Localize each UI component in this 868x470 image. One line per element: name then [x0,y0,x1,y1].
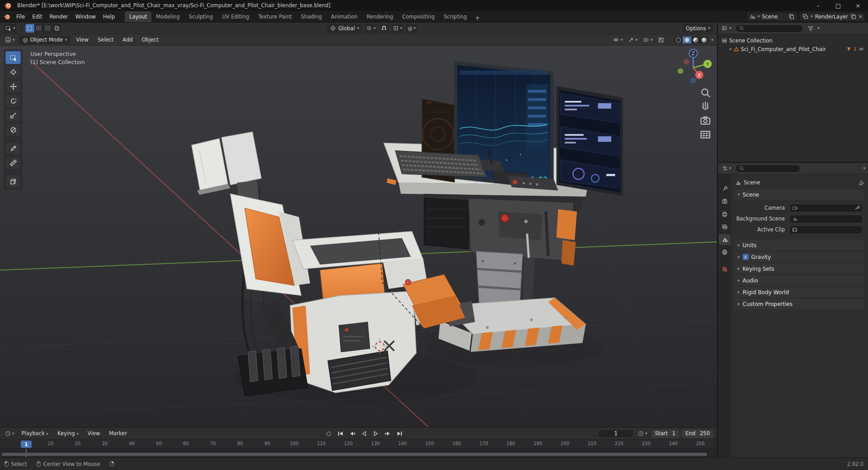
tool-transform[interactable] [5,123,21,136]
workspace-tab-layout[interactable]: Layout [125,11,151,22]
scene-selector[interactable]: ▾ Scene [747,12,797,21]
menu-edit[interactable]: Edit [28,12,46,21]
tool-measure[interactable] [5,156,21,169]
mode-dropdown[interactable]: Object Mode ▾ [19,36,71,44]
background-scene-field[interactable] [789,215,863,223]
tool-move[interactable] [5,80,21,93]
menu-view[interactable]: View [73,35,92,44]
panel-scene-header[interactable]: ▾ Scene [735,189,864,200]
hide-eye-icon[interactable] [858,47,864,52]
active-tool-button[interactable]: ▾ [4,24,17,33]
viewport-3d[interactable]: 01:02 [0,46,717,427]
tab-world[interactable] [719,247,731,258]
close-button[interactable]: × [848,0,868,11]
workspace-tab-animation[interactable]: Animation [326,11,362,22]
play-reverse-button[interactable] [359,429,369,438]
tab-scene[interactable] [719,234,731,245]
panel-keying-sets[interactable]: ▸ Keying Sets [735,263,864,274]
panel-custom-properties[interactable]: ▸ Custom Properties [735,299,864,309]
workspace-tab-rendering[interactable]: Rendering [362,11,398,22]
workspace-tab-texture-paint[interactable]: Texture Paint [254,11,296,22]
chevron-down-icon[interactable]: ▾ [711,38,713,42]
shading-wireframe-button[interactable] [674,37,683,43]
snap-settings-dropdown[interactable]: ▾ [392,24,404,33]
tool-annotate[interactable] [5,142,21,155]
menu-add[interactable]: Add [119,35,136,44]
panel-units[interactable]: ▸ Units [735,240,864,250]
menu-render[interactable]: Render [46,12,72,21]
outliner-row-scene-collection[interactable]: Scene Collection [720,36,866,45]
shading-material-button[interactable] [691,37,700,43]
timeline-editor-dropdown[interactable]: ▾ [4,429,16,438]
timeline-track[interactable] [0,449,717,457]
editor-type-dropdown[interactable]: ▾ [4,36,16,44]
maximize-button[interactable]: □ [828,0,848,11]
visibility-dropdown[interactable]: ▾ [611,36,624,44]
tab-render[interactable] [719,196,731,207]
tool-rotate[interactable] [5,94,21,108]
select-mode-intersect-button[interactable] [52,24,61,33]
tool-scale[interactable] [5,109,21,122]
panel-rigid-body-world[interactable]: ▸ Rigid Body World [735,287,864,297]
workspace-tab-modeling[interactable]: Modeling [151,11,184,22]
frame-end-field[interactable]: End 250 [682,429,713,438]
eyedropper-icon[interactable] [854,205,860,211]
new-scene-icon[interactable] [788,14,794,19]
minimize-button[interactable]: – [808,0,828,11]
chevron-down-icon[interactable]: ▾ [863,166,865,170]
jump-to-start-button[interactable] [335,429,346,438]
panel-audio[interactable]: ▸ Audio [735,275,864,286]
gizmo-z-label[interactable]: Z [692,51,695,56]
active-clip-field[interactable] [789,226,863,234]
proportional-editing-button[interactable]: ◎ ▾ [406,24,417,33]
new-view-layer-icon[interactable] [850,14,856,19]
panel-gravity[interactable]: ▸ ✓ Gravity [735,252,864,262]
properties-search-input[interactable] [736,164,800,173]
menu-tl-marker[interactable]: Marker [106,429,130,438]
camera-field[interactable] [789,204,863,212]
menu-file[interactable]: File [13,12,28,21]
outliner-editor-dropdown[interactable]: ▾ [721,24,733,33]
playhead-frame-badge[interactable]: 1 [21,441,32,448]
autokey-toggle[interactable]: ○ [323,429,334,438]
menu-tl-view[interactable]: View [85,429,103,438]
pivot-point-dropdown[interactable]: ▾ [365,24,377,33]
workspace-tab-uv-editing[interactable]: UV Editing [217,11,254,22]
prev-keyframe-button[interactable] [347,429,358,438]
overlays-dropdown[interactable]: ▾ [642,36,654,44]
view-layer-selector[interactable]: ▾ RenderLayer × [800,12,865,21]
gizmos-dropdown[interactable]: ▾ [627,36,639,44]
current-frame-field[interactable]: 1 [598,429,634,438]
tab-tool[interactable] [719,183,731,194]
tab-texture[interactable] [719,264,731,275]
blender-menu-icon[interactable] [3,13,11,21]
timeline-ruler[interactable]: 1 10203040506070809010011012013014015016… [0,440,717,449]
frame-start-field[interactable]: Start 1 [651,429,679,438]
expand-icon[interactable]: ▸ [730,47,732,51]
transform-orientation-dropdown[interactable]: Global ▾ [327,24,362,33]
tool-select-box[interactable] [5,51,21,64]
remove-view-layer-icon[interactable]: × [859,14,863,19]
gizmo-y-label[interactable]: Y [706,61,709,67]
tool-add-cube[interactable] [5,175,21,188]
workspace-tab-sculpting[interactable]: Sculpting [184,11,217,22]
viewport-scene[interactable]: 01:02 [0,46,717,427]
pin-icon[interactable] [859,180,864,186]
snap-toggle-button[interactable] [380,24,389,33]
tab-view-layer[interactable] [719,221,731,232]
gravity-checkbox[interactable]: ✓ [743,254,749,260]
jump-to-end-button[interactable] [394,429,405,438]
shading-solid-button[interactable] [683,37,691,43]
shading-rendered-button[interactable] [700,37,708,43]
menu-help[interactable]: Help [99,12,118,21]
properties-editor-dropdown[interactable]: ▾ [721,164,733,173]
outliner-search-input[interactable] [736,24,803,33]
menu-object[interactable]: Object [139,35,162,44]
select-mode-new-button[interactable] [25,24,34,33]
workspace-tab-shading[interactable]: Shading [296,11,326,22]
select-mode-extend-button[interactable] [34,24,43,33]
menu-select[interactable]: Select [94,35,117,44]
tab-output[interactable] [719,209,731,220]
select-mode-subtract-button[interactable] [43,24,52,33]
menu-playback[interactable]: Playback ▾ [19,429,52,438]
